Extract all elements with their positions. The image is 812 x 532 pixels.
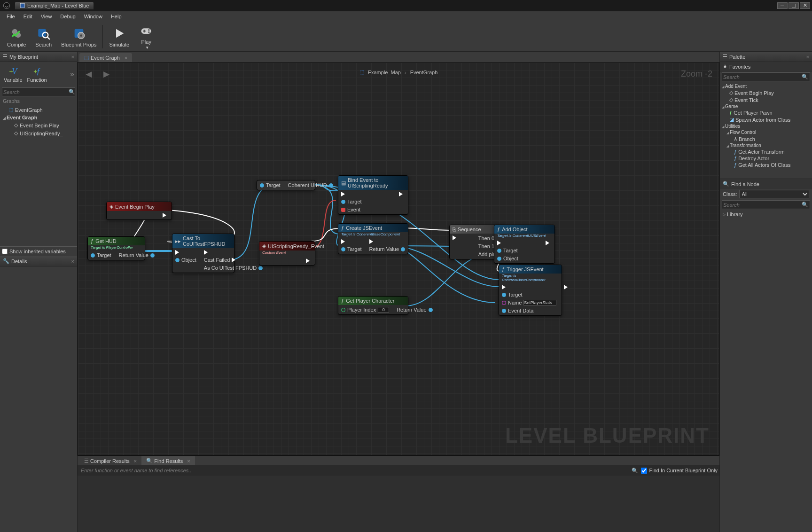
breadcrumb: ⬚ Example_Map › EventGraph	[359, 69, 438, 75]
palette-item[interactable]: ƒGet Player Pawn	[721, 110, 811, 116]
find-results-area	[78, 476, 719, 532]
palette-item[interactable]: ◪Spawn Actor from Class	[721, 116, 811, 123]
search-button[interactable]: Search	[31, 23, 56, 50]
window-title: Example_Map - Level Blue	[27, 3, 89, 8]
menu-window[interactable]: Window	[80, 13, 106, 20]
close-icon[interactable]: ×	[187, 458, 190, 464]
name-input[interactable]	[523, 300, 556, 305]
play-button[interactable]: Play▼	[134, 21, 158, 52]
tab-event-graph[interactable]: ⬚ Event Graph ×	[79, 53, 132, 62]
search-icon[interactable]: 🔍	[801, 74, 809, 80]
window-tab[interactable]: Example_Map - Level Blue	[15, 2, 94, 9]
node-get-player-character[interactable]: ƒGet Player Character Player Index Retur…	[338, 296, 408, 315]
seq-icon: ⎘	[453, 227, 456, 232]
find-input[interactable]	[79, 466, 632, 475]
node-bind-event[interactable]: ▤Bind Event to UIScriptingReady TargetEv…	[338, 175, 408, 215]
player-index-input[interactable]	[378, 307, 389, 313]
menu-help[interactable]: Help	[107, 13, 125, 20]
favorites-header[interactable]: ★Favorites	[720, 62, 812, 71]
list-icon: ☰	[84, 458, 89, 464]
toolbar: Compile Search Blueprint Props Simulate …	[0, 22, 812, 52]
tree-item[interactable]: ◇UIScriptingReady_	[2, 129, 75, 137]
compile-button[interactable]: Compile	[3, 23, 30, 50]
minimize-button[interactable]: ─	[777, 2, 788, 9]
menu-edit[interactable]: Edit	[20, 13, 36, 20]
details-header[interactable]: 🔧 Details ×	[0, 256, 77, 266]
search-icon[interactable]: 🔍	[801, 202, 809, 208]
palette-item[interactable]: ƒGet Actor Transform	[726, 149, 811, 155]
svg-rect-10	[141, 28, 151, 34]
event-graph-canvas[interactable]: ◄ ► ⬚ Example_Map › EventGraph Zoom -2 L…	[78, 62, 719, 455]
palette-item[interactable]: ⅄Branch	[726, 135, 811, 142]
details-icon: 🔧	[3, 258, 9, 264]
expand-icon[interactable]: »	[70, 70, 74, 78]
play-icon	[112, 26, 127, 41]
palette-item[interactable]: ƒDestroy Actor	[726, 155, 811, 162]
tree-eventgraph[interactable]: ⬚EventGraph	[2, 106, 75, 114]
palette-header[interactable]: ☰ Palette ×	[720, 52, 812, 62]
tree-item[interactable]: ◇Event Begin Play	[2, 121, 75, 129]
nav-forward-button[interactable]: ►	[102, 68, 112, 80]
tab-compiler-results[interactable]: ☰Compiler Results×	[79, 456, 141, 465]
node-target-coherent[interactable]: Target Coherent UIHUD	[257, 180, 315, 190]
close-tab-icon[interactable]: ×	[125, 55, 127, 61]
graph-icon: ⬚	[359, 69, 364, 75]
fn-icon: ƒ	[91, 238, 94, 244]
graphs-label: Graphs	[0, 97, 77, 105]
cat-utilities[interactable]: Utilities	[721, 123, 811, 129]
show-inherited-checkbox[interactable]	[2, 249, 8, 254]
menu-debug[interactable]: Debug	[56, 13, 79, 20]
search-icon[interactable]: 🔍	[632, 468, 638, 474]
close-panel-icon[interactable]: ×	[71, 54, 74, 60]
cat-add-event[interactable]: Add Event	[721, 83, 811, 89]
maximize-button[interactable]: ▢	[789, 2, 799, 9]
svg-point-12	[148, 31, 150, 33]
menu-view[interactable]: View	[37, 13, 56, 20]
node-ui-scripting-ready[interactable]: ◈UIScriptingReady_Event Custom Event	[259, 241, 315, 266]
menu-file[interactable]: File	[3, 13, 19, 20]
find-node-search[interactable]: 🔍	[722, 200, 810, 209]
cat-flow-control[interactable]: Flow Control	[726, 129, 811, 135]
my-blueprint-header[interactable]: ☰ My Blueprint ×	[0, 52, 77, 62]
library-item[interactable]: ▷Library	[721, 211, 811, 218]
search-icon	[36, 26, 51, 41]
find-scope-checkbox[interactable]	[641, 468, 647, 474]
node-cast[interactable]: ▸▸Cast To CoUITestFPSHUD Object Cast Fai…	[172, 234, 234, 273]
class-select[interactable]: All	[739, 190, 809, 198]
event-icon: ◇	[729, 90, 733, 96]
close-icon[interactable]: ×	[134, 458, 137, 464]
palette-item[interactable]: ◇Event Begin Play	[721, 89, 811, 96]
tree-category[interactable]: Event Graph	[2, 114, 75, 121]
node-create-jsevent[interactable]: ƒCreate JSEvent Target is CoherentBaseCo…	[338, 223, 408, 254]
palette-item[interactable]: ƒGet All Actors Of Class	[726, 162, 811, 168]
close-button[interactable]: ✕	[800, 2, 810, 9]
zoom-label: Zoom -2	[681, 69, 712, 79]
search-icon[interactable]: 🔍	[69, 89, 75, 95]
nav-back-button[interactable]: ◄	[84, 68, 94, 80]
add-variable-button[interactable]: +V Variable	[3, 65, 23, 84]
cat-transformation[interactable]: Transformation	[726, 142, 811, 149]
node-trigger-jsevent[interactable]: ƒTrigger JSEvent Target is CoherentBaseC…	[499, 265, 562, 316]
blueprint-props-button[interactable]: Blueprint Props	[57, 23, 101, 50]
function-icon: +ƒ	[31, 66, 44, 77]
tab-find-results[interactable]: 🔍Find Results×	[141, 456, 195, 465]
search-input[interactable]	[3, 89, 69, 95]
svg-rect-1	[21, 3, 25, 8]
node-event-begin-play[interactable]: ◈Event Begin Play	[106, 202, 172, 220]
event-icon: ◇	[14, 130, 18, 136]
palette-item[interactable]: ◇Event Tick	[721, 96, 811, 103]
add-function-button[interactable]: +ƒ Function	[26, 65, 48, 84]
cat-game[interactable]: Game	[721, 103, 811, 110]
close-panel-icon[interactable]: ×	[71, 258, 74, 264]
search-input[interactable]	[723, 74, 801, 80]
fn-icon: ƒ	[502, 266, 505, 272]
node-add-object[interactable]: ƒAdd Object Target is CoherentUIJSEvent …	[494, 225, 555, 264]
close-panel-icon[interactable]: ×	[806, 54, 809, 60]
search-input[interactable]	[723, 202, 801, 208]
list-icon: ☰	[723, 54, 727, 60]
palette-search[interactable]: 🔍	[722, 72, 810, 81]
my-blueprint-search[interactable]: 🔍	[2, 87, 75, 96]
show-inherited-row[interactable]: Show inherited variables	[0, 246, 77, 256]
simulate-button[interactable]: Simulate	[105, 23, 133, 50]
node-get-hud[interactable]: ƒGet HUD Target is PlayerController Targ…	[87, 236, 145, 260]
